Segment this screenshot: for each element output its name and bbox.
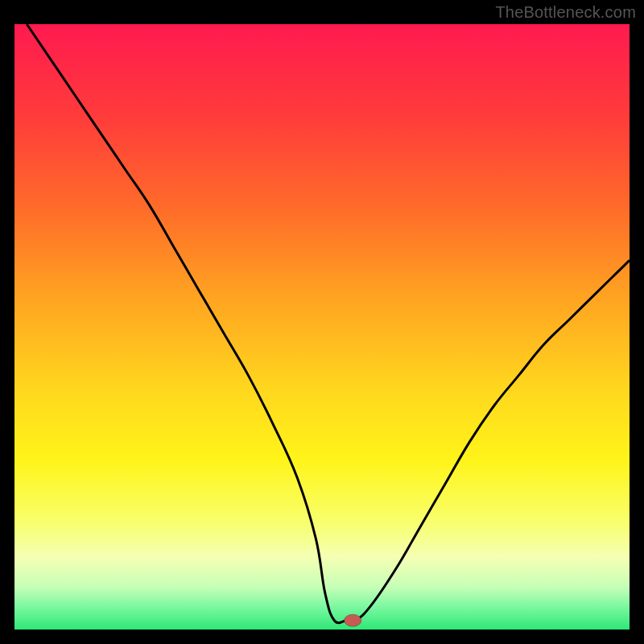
curve-marker [345,614,361,626]
chart-frame: TheBottleneck.com [0,0,644,644]
watermark-text: TheBottleneck.com [495,3,636,22]
gradient-rect [14,24,630,630]
bottleneck-chart [14,24,630,630]
